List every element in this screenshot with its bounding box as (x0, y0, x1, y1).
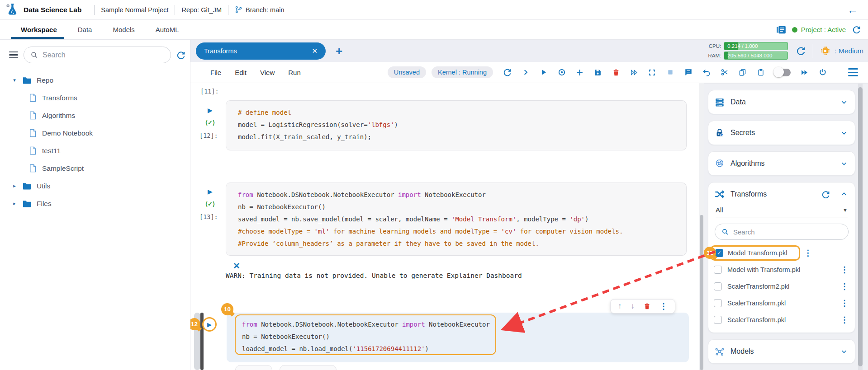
main-nav: Workspace Data Models AutoML Project : A… (0, 20, 868, 40)
tree-folder-utils[interactable]: ▸ Utils (0, 177, 190, 195)
item-options-icon[interactable]: ⋮ (840, 282, 849, 290)
checkbox[interactable] (714, 266, 722, 274)
notebook-scrollbar[interactable] (699, 83, 704, 370)
run-cell-gutter-icon[interactable]: ▶ (208, 188, 213, 195)
code-cell-3-selected[interactable]: from Notebook.DSNotebook.NotebookExecuto… (227, 313, 689, 362)
delete-cell-icon[interactable] (612, 68, 620, 77)
transforms-search[interactable] (715, 224, 849, 240)
transforms-filter-select[interactable]: All ▼ (716, 206, 848, 217)
cell-options-icon[interactable]: ⋮ (659, 302, 668, 310)
shutdown-icon[interactable] (818, 68, 827, 77)
checkbox[interactable] (714, 299, 722, 307)
caret-right-icon[interactable]: ▸ (12, 183, 17, 189)
console-panel-icon[interactable] (777, 26, 786, 34)
run-cell-icon[interactable] (539, 68, 548, 77)
chevron-down-icon[interactable] (840, 129, 848, 136)
copy-icon[interactable] (738, 68, 747, 77)
chevron-down-icon[interactable] (840, 348, 848, 355)
paste-icon[interactable] (756, 68, 765, 77)
refresh-transforms-icon[interactable] (821, 190, 830, 199)
new-tab-icon[interactable]: + (336, 45, 342, 57)
panel-scrollbar[interactable] (858, 84, 863, 370)
chevron-right-icon[interactable] (521, 68, 530, 77)
move-cell-down-icon[interactable]: ↓ (631, 302, 635, 311)
delete-cell-icon[interactable] (644, 303, 650, 310)
editor-area: Transforms ✕ + CPU: 0.214 / 1.000 RAM: 2… (190, 40, 868, 370)
stop-icon[interactable] (666, 68, 674, 77)
panel-algorithms-header[interactable]: Algorithms (708, 152, 855, 175)
menu-view[interactable]: View (260, 69, 275, 76)
cut-icon[interactable] (720, 68, 729, 77)
tree-file-demo-notebook[interactable]: Demo Notebook (0, 124, 190, 142)
back-icon[interactable]: ← (847, 4, 858, 16)
transforms-search-input[interactable] (733, 228, 842, 236)
search-icon (30, 51, 38, 59)
panel-transforms-header[interactable]: Transforms (708, 183, 855, 206)
transform-item-1[interactable]: Model with Transform.pkl ⋮ (708, 261, 855, 278)
item-options-icon[interactable]: ⋮ (840, 316, 849, 324)
editor-menu-icon[interactable] (848, 68, 858, 76)
chevron-down-icon[interactable] (840, 160, 848, 167)
tab-automl[interactable]: AutoML (155, 20, 180, 39)
sidebar-menu-icon[interactable] (9, 52, 18, 59)
tree-file-algorithms[interactable]: Algorithms (0, 107, 190, 124)
panel-data-header[interactable]: Data (708, 90, 855, 114)
record-icon[interactable] (557, 68, 566, 77)
item-options-icon[interactable]: ⋮ (840, 299, 849, 307)
close-tab-icon[interactable]: ✕ (312, 47, 318, 55)
chevron-down-icon[interactable] (840, 98, 848, 106)
notebook-canvas[interactable]: [11]: ▶ ⟨✓⟩ [12]: # define modelmodel = … (190, 83, 699, 370)
file-sidebar: ▾ Repo Transforms Algorithms Demo Notebo… (0, 40, 190, 370)
fullscreen-icon[interactable] (648, 68, 656, 77)
checkbox[interactable] (714, 282, 722, 290)
run-cell-gutter-icon[interactable]: ▶ (208, 107, 213, 114)
caret-right-icon[interactable]: ▸ (12, 201, 17, 206)
refresh-tree-icon[interactable] (176, 51, 185, 60)
sidebar-search-input[interactable] (43, 51, 164, 59)
tab-data[interactable]: Data (77, 20, 93, 39)
add-code-button[interactable] (235, 365, 272, 370)
run-cell-gutter-icon[interactable]: ▶ (202, 317, 217, 332)
skip-forward-icon[interactable] (630, 68, 638, 77)
tab-models[interactable]: Models (112, 20, 135, 39)
undo-icon[interactable] (702, 68, 711, 77)
run-all-icon[interactable] (800, 68, 809, 77)
tree-label: test11 (42, 147, 61, 155)
tree-folder-repo[interactable]: ▾ Repo (0, 71, 190, 89)
transform-item-0[interactable]: 11 ✓ Model Transform.pkl ⋮ (708, 244, 855, 261)
topbar: Data Science Lab Sample Normal Project R… (0, 0, 868, 20)
tree-file-samplescript[interactable]: SampleScript (0, 159, 190, 177)
tab-workspace[interactable]: Workspace (20, 20, 58, 39)
item-options-icon[interactable]: ⋮ (840, 266, 849, 274)
panel-models-header[interactable]: Models (708, 340, 855, 363)
comments-icon[interactable] (684, 68, 693, 77)
add-markdown-button[interactable] (280, 365, 337, 370)
move-cell-up-icon[interactable]: ↑ (618, 302, 622, 311)
caret-down-icon[interactable]: ▾ (12, 77, 17, 83)
panel-secrets-header[interactable]: Secrets (708, 121, 855, 145)
chevron-up-icon[interactable] (840, 191, 848, 198)
dismiss-warning-icon[interactable]: ✕ (233, 261, 240, 271)
save-icon[interactable] (593, 68, 602, 77)
mode-toggle[interactable] (774, 69, 791, 76)
tree-folder-files[interactable]: ▸ Files (0, 195, 190, 212)
checkbox-checked[interactable]: ✓ (715, 249, 723, 257)
menu-edit[interactable]: Edit (235, 69, 247, 76)
refresh-resources-icon[interactable] (796, 46, 806, 56)
transform-item-4[interactable]: ScalerTransform.pkl ⋮ (708, 311, 855, 328)
restart-kernel-icon[interactable] (503, 68, 512, 77)
transform-item-2[interactable]: ScalerTransform2.pkl ⋮ (708, 278, 855, 295)
code-cell-1[interactable]: # define modelmodel = LogisticRegression… (226, 100, 687, 150)
item-options-icon[interactable]: ⋮ (804, 249, 812, 257)
checkbox[interactable] (714, 316, 722, 324)
refresh-status-icon[interactable] (852, 25, 861, 34)
tree-file-transforms[interactable]: Transforms (0, 89, 190, 107)
doc-tab-transforms[interactable]: Transforms ✕ (196, 42, 326, 60)
code-cell-2[interactable]: from Notebook.DSNotebook.NotebookExecuto… (226, 183, 687, 256)
menu-run[interactable]: Run (288, 69, 301, 76)
transform-item-3[interactable]: ScalerTransform.pkl ⋮ (708, 295, 855, 311)
tree-file-test11[interactable]: test11 (0, 142, 190, 159)
add-cell-icon[interactable] (575, 68, 584, 77)
menu-file[interactable]: File (210, 69, 221, 76)
sidebar-search[interactable] (24, 47, 171, 63)
